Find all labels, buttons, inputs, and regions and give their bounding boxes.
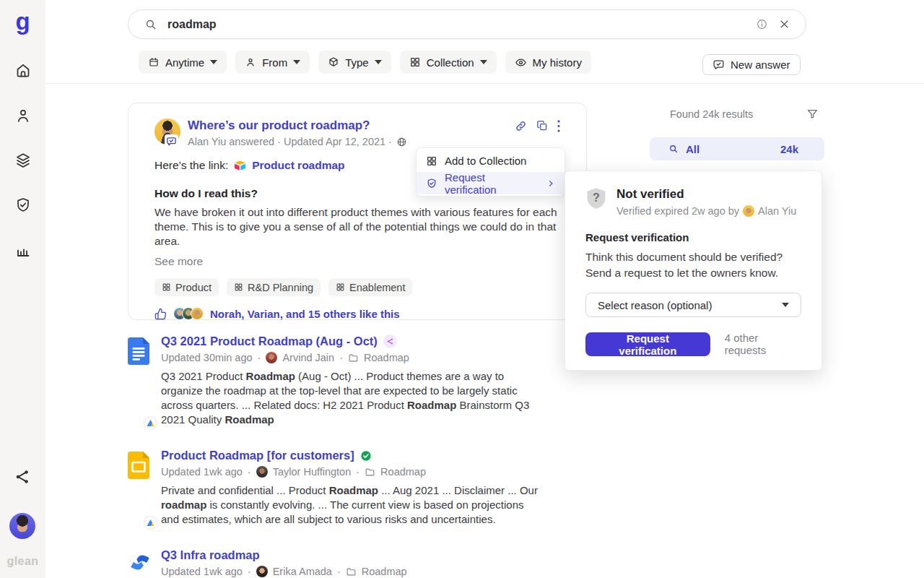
filter-my-history[interactable]: My history	[505, 51, 591, 74]
answer-card: Where’s our product roadmap? Alan Yiu an…	[128, 103, 587, 320]
filter-row: Anytime From Type Collection My history	[139, 51, 591, 74]
grid-icon	[336, 282, 345, 292]
reason-select[interactable]: Select reason (optional)	[585, 293, 801, 317]
link-prefix: Here’s the link:	[154, 159, 228, 172]
results-summary: Found 24k results	[650, 108, 824, 120]
result-updated: Updated 1wk ago	[161, 466, 243, 478]
confluence-icon	[128, 551, 152, 578]
answer-body: We have broken it out into different pro…	[154, 205, 565, 249]
thumbs-up-icon[interactable]	[154, 308, 167, 320]
result-collection[interactable]: Roadmap	[362, 566, 407, 577]
author-avatar[interactable]	[256, 566, 268, 577]
search-bar[interactable]: roadmap	[128, 9, 806, 39]
collections-icon[interactable]	[14, 152, 32, 169]
home-icon[interactable]	[14, 62, 32, 79]
result-title-link[interactable]: Product Roadmap [for customers]	[161, 449, 354, 462]
author-avatar[interactable]	[256, 466, 268, 478]
google-drive-badge-icon	[144, 417, 157, 429]
chevron-down-icon	[782, 303, 789, 307]
chevron-down-icon	[480, 60, 487, 64]
request-verification-button[interactable]: Request verification	[585, 332, 710, 356]
result-snippet: Private and confidential ... Product Roa…	[161, 483, 538, 527]
calendar-icon	[148, 56, 160, 68]
result-author[interactable]: Erika Amada	[273, 566, 332, 577]
menu-item-add-to-collection[interactable]: Add to Collection	[417, 150, 565, 172]
clear-search-icon[interactable]	[779, 19, 790, 30]
result-author[interactable]: Arvind Jain	[282, 352, 334, 363]
filter-type[interactable]: Type	[318, 51, 391, 74]
folder-icon	[348, 353, 359, 363]
request-verification-description: Think this document should be verified? …	[585, 249, 801, 281]
search-icon	[668, 144, 679, 154]
likes-link[interactable]: Norah, Varian, and 15 others like this	[210, 308, 400, 320]
tag-rd-planning[interactable]: R&D Planning	[227, 278, 321, 296]
search-results: Q3 2021 Product Roadmap (Aug - Oct) Upda…	[128, 335, 604, 578]
grid-icon	[409, 56, 421, 68]
result-snippet: Q3 2021 Product Roadmap (Aug - Oct) ... …	[161, 369, 538, 427]
result-author[interactable]: Taylor Huffington	[273, 466, 352, 478]
new-answer-button[interactable]: New answer	[702, 54, 801, 75]
verified-check-icon	[360, 450, 372, 462]
chevron-right-icon	[546, 179, 555, 188]
result-collection[interactable]: Roadmap	[380, 466, 426, 478]
result-q3-infra-roadmap: Q3 Infra roadmap Updated 1wk ago · Erika…	[128, 548, 604, 578]
shield-question-icon: ?	[585, 187, 607, 212]
answer-context-menu: Add to Collection Request verification	[416, 147, 565, 197]
analytics-icon[interactable]	[14, 241, 32, 259]
result-q3-2021-product-roadmap: Q3 2021 Product Roadmap (Aug - Oct) Upda…	[128, 335, 604, 427]
request-verification-heading: Request verification	[585, 231, 801, 243]
folder-icon	[365, 467, 375, 478]
filter-from[interactable]: From	[235, 51, 310, 74]
answer-meta: Alan Yiu answered · Updated Apr 12, 2021…	[188, 136, 392, 147]
result-product-roadmap-for-customers: Product Roadmap [for customers] Updated …	[128, 449, 604, 527]
cube-icon	[328, 56, 339, 68]
duplicate-icon[interactable]	[536, 120, 548, 131]
header-divider	[45, 83, 924, 84]
author-avatar[interactable]	[266, 352, 277, 363]
copy-link-icon[interactable]	[515, 120, 527, 132]
verification-status-subtitle: Verified expired 2w ago by Alan Yiu	[616, 205, 796, 217]
facet-all-count: 24k	[780, 143, 798, 155]
filter-collection[interactable]: Collection	[400, 51, 497, 74]
author-avatar[interactable]	[154, 118, 180, 144]
grid-icon	[162, 282, 171, 292]
kebab-menu-icon[interactable]	[557, 120, 560, 132]
info-icon[interactable]	[756, 18, 768, 30]
found-results-text: Found 24k results	[670, 108, 753, 120]
verification-shield-icon[interactable]	[14, 197, 32, 214]
sidebar-bottom: glean	[7, 468, 39, 578]
share-icon[interactable]	[14, 468, 31, 486]
result-collection[interactable]: Roadmap	[364, 352, 409, 363]
glean-logo[interactable]: g	[15, 7, 30, 36]
people-icon[interactable]	[14, 107, 32, 124]
verifier-avatar	[743, 205, 754, 217]
search-input[interactable]: roadmap	[167, 18, 217, 31]
answer-bubble-icon	[712, 59, 725, 71]
result-title-link[interactable]: Q3 Infra roadmap	[161, 548, 260, 562]
airtable-icon	[234, 160, 246, 171]
chevron-down-icon	[210, 60, 217, 64]
other-requests-label: 4 other requests	[725, 332, 801, 356]
menu-item-request-verification[interactable]: Request verification	[417, 172, 565, 194]
filter-funnel-icon[interactable]	[806, 108, 819, 120]
person-icon	[245, 56, 256, 68]
shared-badge-icon[interactable]	[383, 335, 397, 348]
grid-icon	[234, 282, 243, 292]
answer-bubble-badge-icon	[165, 134, 178, 148]
answer-title[interactable]: Where’s our product roadmap?	[188, 118, 407, 133]
facet-all[interactable]: All 24k	[650, 137, 824, 160]
product-roadmap-link[interactable]: Product roadmap	[252, 159, 344, 172]
result-title-link[interactable]: Q3 2021 Product Roadmap (Aug - Oct)	[161, 335, 378, 348]
glean-watermark: glean	[7, 555, 39, 568]
answer-tags: Product R&D Planning Enablement	[154, 278, 560, 296]
left-sidebar: g glean	[0, 0, 45, 578]
sidebar-nav	[14, 62, 32, 259]
user-avatar[interactable]	[9, 513, 35, 539]
eye-icon	[515, 56, 527, 69]
tag-product[interactable]: Product	[154, 278, 219, 296]
google-slides-icon	[128, 452, 152, 527]
see-more-link[interactable]: See more	[154, 255, 560, 268]
filter-anytime[interactable]: Anytime	[139, 51, 227, 74]
tag-enablement[interactable]: Enablement	[328, 278, 412, 296]
search-icon	[144, 18, 157, 31]
